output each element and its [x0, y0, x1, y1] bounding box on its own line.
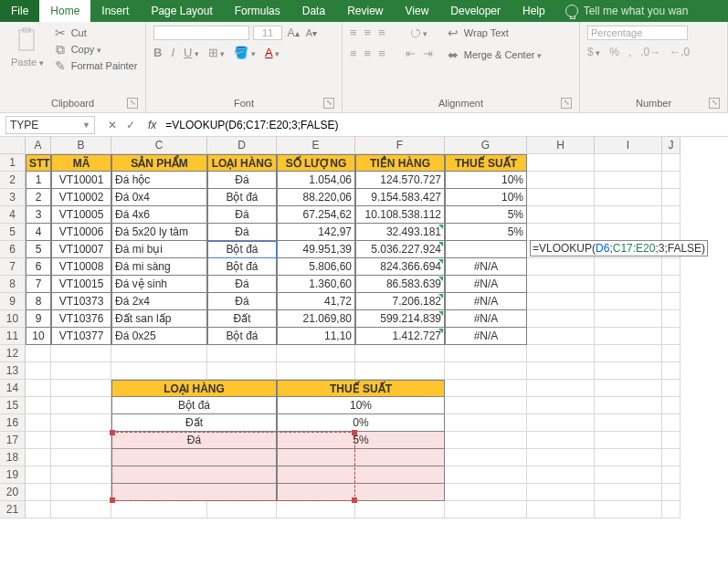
cell[interactable] [277, 501, 355, 518]
cell[interactable]: Đá hộc [111, 172, 207, 189]
cell[interactable] [662, 293, 681, 310]
cell[interactable]: Đá 0x4 [111, 189, 207, 206]
cell[interactable]: 9 [26, 310, 51, 328]
cell[interactable]: TIỀN HÀNG [355, 154, 445, 172]
tab-home[interactable]: Home [39, 0, 90, 22]
cell[interactable] [51, 362, 111, 380]
tell-me[interactable]: Tell me what you wan [556, 0, 698, 22]
tab-help[interactable]: Help [512, 0, 556, 22]
cell[interactable]: 7 [26, 276, 51, 293]
cell[interactable]: 1 [26, 172, 51, 189]
cell[interactable]: 9.154.583.427 [355, 189, 445, 206]
cell[interactable]: 7.206.182 [355, 293, 445, 310]
cell[interactable] [445, 484, 527, 501]
row-header[interactable]: 16 [0, 414, 26, 432]
cell[interactable] [26, 362, 51, 380]
row-header[interactable]: 12 [0, 345, 26, 362]
cell[interactable] [26, 501, 51, 518]
increase-decimal-button[interactable]: .0→ [640, 46, 660, 58]
row-header[interactable]: 18 [0, 449, 26, 466]
row-header[interactable]: 5 [0, 224, 26, 241]
select-all-corner[interactable] [0, 137, 26, 154]
cell[interactable] [51, 397, 111, 414]
cell[interactable]: VT10377 [51, 328, 111, 345]
cell[interactable]: VT10008 [51, 258, 111, 276]
cell[interactable] [595, 206, 662, 224]
row-header[interactable]: 10 [0, 310, 26, 328]
cell[interactable] [527, 432, 595, 449]
tab-file[interactable]: File [0, 0, 39, 22]
cell[interactable] [111, 345, 207, 362]
cell[interactable] [445, 449, 527, 466]
cell[interactable]: Đá 4x6 [111, 206, 207, 224]
copy-button[interactable]: ⧉Copy [53, 42, 138, 57]
cell[interactable]: #N/A [445, 293, 527, 310]
cell[interactable] [595, 501, 662, 518]
cell[interactable] [527, 154, 595, 172]
cell[interactable] [527, 224, 595, 241]
cell[interactable] [527, 362, 595, 380]
cell[interactable] [662, 172, 681, 189]
tab-data[interactable]: Data [291, 0, 336, 22]
cell[interactable]: Đá 5x20 ly tâm [111, 224, 207, 241]
cell[interactable]: 824.366.694 [355, 258, 445, 276]
cell[interactable] [595, 345, 662, 362]
cell[interactable] [445, 362, 527, 380]
cell[interactable] [527, 449, 595, 466]
cell[interactable] [662, 154, 681, 172]
enter-formula-button[interactable]: ✓ [126, 119, 135, 131]
cell[interactable] [527, 484, 595, 501]
cell[interactable]: 41,72 [277, 293, 355, 310]
col-header[interactable]: F [355, 137, 445, 154]
cell[interactable] [527, 345, 595, 362]
cell[interactable] [207, 345, 277, 362]
cell[interactable] [662, 276, 681, 293]
cell[interactable] [26, 380, 51, 397]
cell[interactable] [595, 432, 662, 449]
cell[interactable]: 10% [445, 189, 527, 206]
cell[interactable]: VT10007 [51, 241, 111, 258]
cell[interactable] [51, 501, 111, 518]
align-middle-button[interactable]: ≡ [364, 26, 372, 39]
cell[interactable] [445, 397, 527, 414]
cell[interactable]: Đá [207, 172, 277, 189]
cell[interactable] [527, 397, 595, 414]
decrease-decimal-button[interactable]: ←.0 [670, 46, 690, 58]
cell[interactable] [445, 501, 527, 518]
align-bottom-button[interactable]: ≡ [378, 26, 385, 39]
cell[interactable]: LOẠI HÀNG [207, 154, 277, 172]
cell[interactable] [595, 224, 662, 241]
cell[interactable] [595, 328, 662, 345]
cell[interactable]: Đá [207, 206, 277, 224]
cell[interactable] [445, 414, 527, 432]
cell[interactable] [355, 362, 445, 380]
cell[interactable] [111, 362, 207, 380]
cell[interactable] [527, 414, 595, 432]
cell[interactable]: 1.412.727 [355, 328, 445, 345]
tab-review[interactable]: Review [336, 0, 394, 22]
wrap-text-button[interactable]: ↩Wrap Text [446, 26, 542, 40]
cut-button[interactable]: ✂Cut [53, 26, 138, 40]
tab-formulas[interactable]: Formulas [224, 0, 291, 22]
cell[interactable]: #N/A [445, 276, 527, 293]
cell[interactable] [445, 345, 527, 362]
cell[interactable] [662, 501, 681, 518]
col-header[interactable]: E [277, 137, 355, 154]
name-box-dropdown-icon[interactable]: ▼ [82, 120, 90, 130]
cell[interactable] [662, 432, 681, 449]
decrease-indent-button[interactable]: ⇤ [406, 47, 416, 60]
decrease-font-icon[interactable]: A▾ [304, 26, 319, 40]
cell[interactable]: THUẾ SUẤT [445, 154, 527, 172]
cell[interactable]: VT10376 [51, 310, 111, 328]
cell[interactable] [26, 449, 51, 466]
cell[interactable]: 1.360,60 [277, 276, 355, 293]
font-color-button[interactable]: A [265, 46, 280, 59]
align-left-button[interactable]: ≡ [350, 47, 357, 60]
cell[interactable]: 6 [26, 258, 51, 276]
row-header[interactable]: 20 [0, 484, 26, 501]
row-header[interactable]: 15 [0, 397, 26, 414]
cell[interactable]: STT [26, 154, 51, 172]
cell[interactable] [595, 172, 662, 189]
row-header[interactable]: 9 [0, 293, 26, 310]
cell[interactable] [527, 172, 595, 189]
